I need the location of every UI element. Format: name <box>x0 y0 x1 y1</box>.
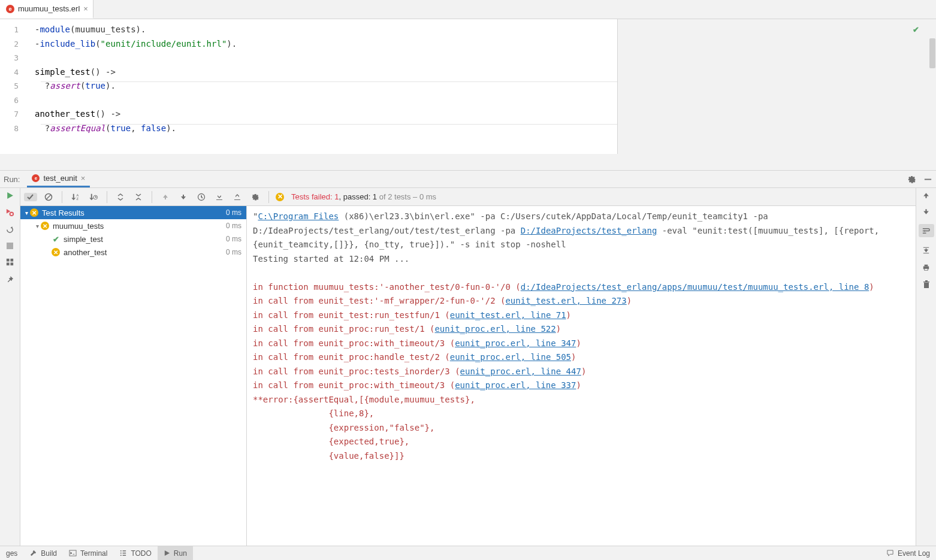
clear-icon[interactable] <box>922 280 931 289</box>
pin-icon[interactable] <box>5 275 14 284</box>
file-link[interactable]: C:\Program Files <box>258 211 339 221</box>
test-console[interactable]: "C:\Program Files (x86)\erl23.3\bin\erl.… <box>247 206 916 546</box>
svg-rect-5 <box>10 262 13 265</box>
svg-line-7 <box>46 195 51 199</box>
inspection-ok-icon[interactable]: ✔ <box>913 25 919 34</box>
editor-right-panel: ✔ <box>617 19 929 154</box>
tree-suite[interactable]: ▾ ✕ muumuu_tests 0 ms <box>20 219 246 232</box>
bottom-event-log[interactable]: Event Log <box>880 546 936 560</box>
chevron-down-icon[interactable]: ▾ <box>23 210 30 216</box>
tree-label: Test Results <box>42 208 84 217</box>
scroll-up-icon[interactable] <box>922 192 930 199</box>
svg-rect-15 <box>70 550 76 556</box>
svg-rect-3 <box>10 259 13 262</box>
editor-tab-filename: muumuu_tests.erl <box>18 4 80 13</box>
bottom-toolbar: ges Build Terminal TODO Run Event Log <box>0 546 936 560</box>
line-number: 5 <box>0 79 34 93</box>
import-tests-icon[interactable] <box>213 193 226 201</box>
run-configuration-tab[interactable]: e test_eunit × <box>27 171 90 187</box>
test-status-text: Tests failed: 1, passed: 1 of 2 tests – … <box>291 192 436 201</box>
gear-icon[interactable] <box>907 175 916 184</box>
hide-icon[interactable] <box>923 175 932 184</box>
speech-bubble-icon <box>886 549 894 557</box>
prev-test-icon[interactable] <box>159 193 172 201</box>
sort-alpha-icon[interactable]: AZ <box>69 192 82 201</box>
show-ignored-icon[interactable] <box>42 193 55 201</box>
file-link[interactable]: eunit_test.erl, line 71 <box>450 310 566 320</box>
file-link[interactable]: eunit_proc.erl, line 522 <box>434 324 555 334</box>
svg-rect-4 <box>7 262 10 265</box>
scrollbar-thumb[interactable] <box>929 38 935 68</box>
svg-text:Z: Z <box>76 197 78 201</box>
file-link[interactable]: eunit_proc.erl, line 337 <box>455 380 576 390</box>
code-separator <box>41 81 618 82</box>
tree-test-failed[interactable]: ✕ another_test 0 ms <box>20 246 246 259</box>
chevron-down-icon[interactable]: ▾ <box>34 223 41 229</box>
tree-time: 0 ms <box>226 208 241 217</box>
fail-badge-icon: ✕ <box>30 208 38 217</box>
close-icon[interactable]: × <box>81 174 86 183</box>
run-panel-body: AZ <box>0 188 936 546</box>
code-separator <box>41 124 618 125</box>
line-number: 4 <box>0 65 34 80</box>
run-left-toolbar <box>0 188 20 546</box>
sort-duration-icon[interactable] <box>87 192 100 201</box>
toggle-auto-test-icon[interactable] <box>5 225 14 234</box>
play-icon <box>164 550 170 556</box>
export-tests-icon[interactable] <box>231 193 244 201</box>
print-icon[interactable] <box>922 263 931 272</box>
svg-rect-13 <box>925 265 928 267</box>
test-settings-icon[interactable] <box>249 193 262 201</box>
close-icon[interactable]: × <box>83 4 88 13</box>
line-number: 8 <box>0 122 34 136</box>
tree-label: muumuu_tests <box>53 222 104 231</box>
file-link[interactable]: eunit_proc.erl, line 447 <box>460 367 581 376</box>
line-number: 6 <box>0 93 34 108</box>
code-editor[interactable]: -module(muumuu_tests). -include_lib("eun… <box>35 19 617 154</box>
rerun-failed-icon[interactable] <box>5 208 14 217</box>
run-icon[interactable] <box>6 192 14 199</box>
file-link[interactable]: eunit_proc.erl, line 347 <box>455 338 576 348</box>
file-link[interactable]: d:/IdeaProjects/test_erlang/apps/muumuu/… <box>521 282 869 292</box>
tree-root[interactable]: ▾ ✕ Test Results 0 ms <box>20 206 246 219</box>
bottom-run[interactable]: Run <box>158 546 193 560</box>
bottom-build[interactable]: Build <box>23 546 63 560</box>
file-link[interactable]: eunit_proc.erl, line 505 <box>450 352 571 362</box>
collapse-all-icon[interactable] <box>132 193 145 201</box>
bottom-todo[interactable]: TODO <box>113 546 157 560</box>
file-link[interactable]: eunit_test.erl, line 273 <box>505 296 626 305</box>
tree-test-passed[interactable]: ✔ simple_test 0 ms <box>20 232 246 246</box>
test-toolbar: AZ <box>20 188 916 206</box>
line-number: 2 <box>0 37 34 52</box>
editor-area: 1 2 3 4 5 6 7 8 -module(muumuu_tests). -… <box>0 19 936 154</box>
tree-time: 0 ms <box>226 235 241 243</box>
run-label: Run: <box>4 175 20 184</box>
fail-badge-icon: ✕ <box>52 248 60 256</box>
editor-scrollbar[interactable] <box>929 19 936 154</box>
bottom-messages[interactable]: ges <box>0 546 23 560</box>
fail-badge-icon: ✕ <box>41 222 49 230</box>
scroll-to-end-icon[interactable] <box>922 246 931 255</box>
stop-icon[interactable] <box>7 243 13 249</box>
panel-splitter[interactable] <box>0 154 936 170</box>
svg-rect-2 <box>7 259 10 262</box>
run-right-toolbar <box>916 188 936 546</box>
scroll-down-icon[interactable] <box>922 208 930 216</box>
editor-tab[interactable]: e muumuu_tests.erl × <box>0 0 93 19</box>
file-link[interactable]: D:/IdeaProjects/test_erlang <box>521 226 657 235</box>
list-icon <box>119 549 127 557</box>
show-passed-icon[interactable] <box>24 193 37 201</box>
line-number: 3 <box>0 51 34 65</box>
soft-wrap-icon[interactable] <box>919 224 934 237</box>
svg-rect-14 <box>925 268 928 270</box>
svg-text:A: A <box>76 193 78 197</box>
status-fail-icon: ✕ <box>276 193 284 201</box>
expand-all-icon[interactable] <box>114 193 127 201</box>
test-history-icon[interactable] <box>195 193 208 201</box>
run-tab-name: test_eunit <box>43 174 77 183</box>
hammer-icon <box>29 549 37 557</box>
bottom-terminal[interactable]: Terminal <box>63 546 113 560</box>
layout-icon[interactable] <box>5 258 14 267</box>
next-test-icon[interactable] <box>177 193 190 201</box>
test-tree[interactable]: ▾ ✕ Test Results 0 ms ▾ ✕ muumuu_tests 0… <box>20 206 247 546</box>
